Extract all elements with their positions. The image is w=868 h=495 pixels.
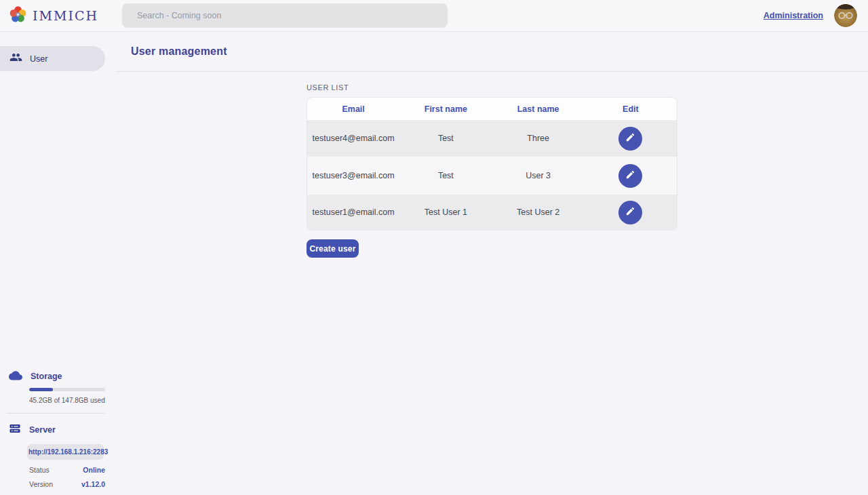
edit-user-button[interactable]	[618, 164, 642, 188]
user-table: Email First name Last name Edit testuser…	[307, 97, 677, 231]
server-icon	[9, 422, 21, 437]
edit-user-button[interactable]	[618, 127, 642, 151]
pencil-icon	[625, 206, 635, 218]
column-header-email: Email	[307, 104, 399, 114]
immich-app: IMMICH Administration	[0, 0, 868, 495]
storage-header: Storage	[0, 370, 105, 383]
sidebar-divider	[7, 413, 105, 414]
create-user-button[interactable]: Create user	[307, 239, 359, 258]
logo-text: IMMICH	[33, 8, 98, 23]
version-value: v1.12.0	[81, 480, 105, 488]
users-group-icon	[9, 51, 22, 66]
immich-flower-icon	[9, 5, 27, 26]
status-label: Status	[29, 466, 50, 474]
cell-email: testuser3@email.com	[307, 171, 399, 180]
cell-last-name: User 3	[492, 171, 585, 180]
column-header-edit: Edit	[585, 104, 677, 114]
table-row: testuser1@email.com Test User 1 Test Use…	[307, 193, 677, 230]
server-header: Server	[0, 422, 105, 437]
sidebar-item-users[interactable]: User	[0, 46, 105, 71]
top-navbar: IMMICH Administration	[0, 0, 868, 32]
table-row: testuser3@email.com Test User 3	[307, 157, 677, 193]
storage-usage-text: 45.2GB of 147.8GB used	[29, 397, 105, 404]
table-header-row: Email First name Last name Edit	[307, 98, 677, 120]
sidebar: User Storage 45.2GB of 147.8GB used	[0, 32, 105, 495]
sidebar-item-label: User	[30, 54, 47, 64]
column-header-first-name: First name	[399, 104, 492, 114]
server-url-badge: http://192.168.1.216:2283	[27, 444, 104, 460]
pencil-icon	[625, 170, 635, 182]
cloud-icon	[9, 370, 22, 383]
server-version-row: Version v1.12.0	[29, 480, 105, 488]
column-header-last-name: Last name	[492, 104, 585, 114]
cell-email: testuser1@email.com	[307, 207, 399, 217]
pencil-icon	[625, 132, 635, 144]
version-label: Version	[29, 480, 53, 488]
cell-first-name: Test	[399, 134, 492, 143]
main-content: User management USER LIST Email First na…	[116, 32, 868, 495]
storage-progress-fill	[29, 388, 53, 391]
storage-progress-bar	[29, 388, 105, 391]
logo[interactable]: IMMICH	[0, 5, 98, 26]
edit-user-button[interactable]	[618, 201, 642, 224]
status-value-badge: Online	[83, 466, 105, 474]
section-label: USER LIST	[307, 83, 868, 92]
page-title-row: User management	[116, 32, 868, 72]
administration-link[interactable]: Administration	[764, 11, 823, 20]
avatar[interactable]	[834, 4, 857, 27]
user-list-section: USER LIST Email First name Last name Edi…	[116, 72, 868, 258]
server-status-row: Status Online	[29, 466, 105, 474]
cell-email: testuser4@email.com	[307, 134, 399, 143]
cell-first-name: Test User 1	[399, 207, 492, 217]
cell-first-name: Test	[399, 171, 492, 180]
page-title: User management	[131, 45, 227, 58]
navbar-right: Administration	[764, 4, 868, 27]
sidebar-status-panel: Storage 45.2GB of 147.8GB used	[0, 370, 105, 488]
server-title: Server	[29, 425, 56, 435]
cell-last-name: Test User 2	[492, 207, 585, 217]
storage-title: Storage	[31, 372, 62, 381]
search-input[interactable]	[122, 3, 448, 28]
table-row: testuser4@email.com Test Three	[307, 120, 677, 157]
cell-last-name: Three	[492, 134, 585, 143]
